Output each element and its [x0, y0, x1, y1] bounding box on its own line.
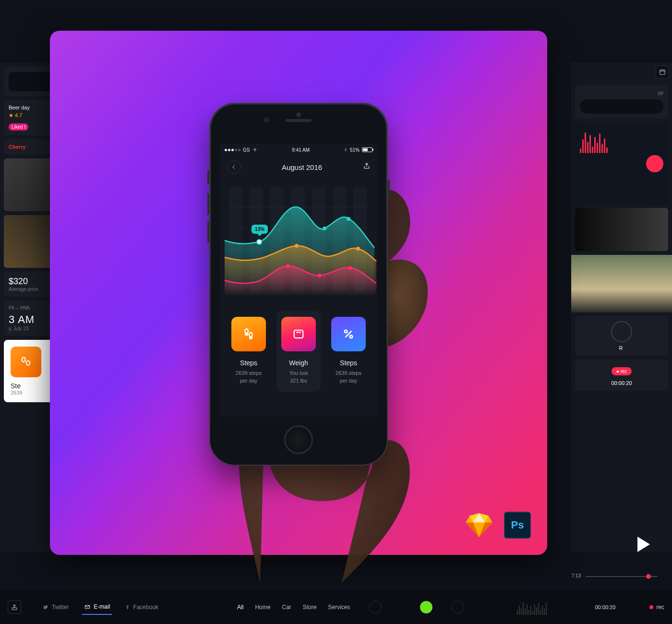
record-button[interactable] — [646, 155, 663, 172]
status-bar: GS 9:41 AM 51% — [220, 144, 377, 156]
svg-point-9 — [356, 247, 360, 251]
sketch-icon — [466, 513, 492, 537]
metric-weigh[interactable]: Weigh You lost321 lbs — [276, 311, 321, 392]
phone-speaker — [286, 119, 312, 122]
svg-point-0 — [22, 358, 25, 362]
footprints-icon — [11, 347, 41, 377]
svg-point-4 — [255, 151, 255, 151]
svg-point-10 — [286, 264, 290, 268]
footprints-icon — [231, 317, 266, 351]
svg-point-12 — [348, 266, 352, 270]
carrier-label: GS — [243, 147, 250, 153]
phone-mockup: GS 9:41 AM 51% August 2016 — [209, 103, 388, 466]
landscape-image — [571, 255, 672, 312]
svg-point-11 — [318, 274, 322, 277]
play-icon[interactable] — [637, 537, 650, 552]
page-title: August 2016 — [282, 163, 322, 171]
phone-camera — [264, 118, 269, 122]
green-dot[interactable] — [420, 601, 432, 613]
battery-pct: 51% — [350, 147, 360, 153]
status-time: 9:41 AM — [292, 147, 310, 153]
svg-rect-17 — [294, 330, 303, 338]
percent-icon — [331, 317, 366, 351]
signal-icon — [225, 149, 240, 151]
svg-point-19 — [350, 336, 353, 338]
svg-point-6 — [323, 227, 326, 230]
share-button[interactable] — [363, 162, 371, 172]
hero-card: GS 9:41 AM 51% August 2016 — [50, 31, 547, 555]
collage-right: pp R ● rec 00:00:20 — [571, 62, 672, 552]
seg-store[interactable]: Store — [303, 604, 317, 611]
liked-pill: Liked t — [9, 123, 28, 131]
metric-steps[interactable]: Steps 2639 stepsper day — [227, 311, 271, 392]
svg-rect-2 — [660, 70, 665, 74]
pp-label: pp — [580, 90, 663, 96]
svg-point-1 — [26, 361, 30, 365]
app-header: August 2016 — [220, 156, 377, 179]
tool-badges: Ps — [466, 512, 531, 539]
svg-rect-3 — [12, 608, 16, 610]
battery-icon — [362, 147, 372, 152]
back-button[interactable] — [227, 160, 241, 174]
timer: 00:00:20 — [580, 380, 663, 386]
bottom-tabs: Twitter E-mail Facebook All Home Car Sto… — [0, 590, 672, 624]
seg-all[interactable]: All — [237, 604, 243, 611]
chart-badge: 13% — [252, 225, 268, 234]
svg-point-15 — [249, 333, 252, 337]
share-icon[interactable] — [8, 600, 21, 614]
phone-screen: GS 9:41 AM 51% August 2016 — [220, 144, 377, 417]
clock: 00:00:20 — [595, 604, 615, 610]
chart[interactable]: 13% — [220, 180, 377, 300]
rec-pill: ● rec — [612, 367, 632, 375]
ghost-circle-2 — [452, 601, 464, 613]
seg-home[interactable]: Home — [255, 604, 270, 611]
svg-rect-16 — [250, 337, 252, 339]
ghost-circle-1 — [369, 601, 382, 613]
video-timeline[interactable]: 7:13 — [586, 576, 658, 577]
photoshop-icon: Ps — [504, 512, 531, 539]
bluetooth-icon — [344, 147, 348, 153]
scale-icon — [281, 317, 316, 351]
r-label: R — [580, 345, 663, 351]
seg-car[interactable]: Car — [282, 604, 291, 611]
segment-tabs: All Home Car Store Services — [237, 604, 350, 611]
tab-twitter[interactable]: Twitter — [40, 600, 71, 614]
svg-rect-14 — [245, 334, 248, 335]
svg-point-13 — [245, 329, 248, 333]
svg-point-8 — [295, 244, 299, 248]
svg-point-7 — [347, 217, 350, 221]
tab-email[interactable]: E-mail — [82, 600, 112, 615]
metrics-row: Steps 2639 stepsper day Weigh You lost32… — [220, 300, 377, 397]
calendar-icon[interactable] — [656, 65, 669, 79]
mini-waveform — [517, 600, 547, 615]
tab-facebook[interactable]: Facebook — [123, 600, 160, 614]
waveform-icon — [580, 130, 663, 153]
home-button[interactable] — [284, 425, 313, 454]
svg-point-5 — [257, 240, 262, 244]
metric-percent[interactable]: Steps 2639 stepsper day — [326, 311, 371, 392]
svg-point-18 — [345, 330, 348, 333]
rec-indicator: rec — [649, 604, 664, 611]
wifi-icon — [252, 148, 258, 152]
seg-services[interactable]: Services — [328, 604, 350, 611]
